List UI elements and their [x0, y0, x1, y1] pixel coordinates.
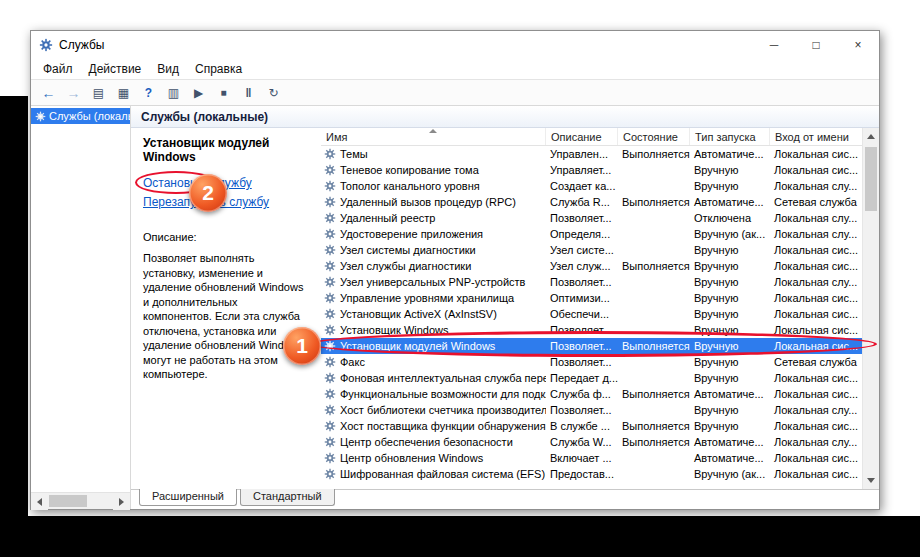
service-description: Служба R...: [546, 194, 618, 210]
table-row[interactable]: Установщик Windows Позволяет... Вручную …: [321, 322, 862, 338]
column-header[interactable]: Тип запуска: [690, 128, 770, 145]
service-name-cell: Темы: [321, 146, 546, 162]
service-name: Удаленный реестр: [340, 212, 435, 224]
service-startup-type: Вручную: [690, 354, 770, 370]
toolbar-button[interactable]: ▶: [187, 82, 210, 103]
toolbar: ←→▤▦?▥▶■‖↻: [31, 80, 879, 106]
column-header-label: Описание: [551, 131, 602, 143]
table-row[interactable]: Установщик ActiveX (AxInstSV) Обеспечи..…: [321, 306, 862, 322]
toolbar-button[interactable]: ↻: [262, 82, 285, 103]
service-description: Оптимизи...: [546, 290, 618, 306]
extended-details-pane: Установщик модулей Windows Остановить сл…: [131, 128, 321, 489]
window-control-button[interactable]: ×: [837, 31, 879, 59]
service-name-cell: Факс: [321, 354, 546, 370]
vscroll-thumb[interactable]: [865, 147, 877, 211]
service-name-cell: Узел службы диагностики: [321, 258, 546, 274]
window-control-button[interactable]: □: [795, 31, 837, 59]
toolbar-button[interactable]: ▦: [112, 82, 135, 103]
service-description: Управляет...: [546, 162, 618, 178]
table-row[interactable]: Хост поставщика функции обнаружения В сл…: [321, 418, 862, 434]
column-header[interactable]: Описание: [546, 128, 618, 145]
service-name-cell: Хост поставщика функции обнаружения: [321, 418, 546, 434]
table-row[interactable]: Фоновая интеллектуальная служба передачи…: [321, 370, 862, 386]
service-name-cell: Управление уровнями хранилища: [321, 290, 546, 306]
table-row[interactable]: Тополог канального уровня Создает ка... …: [321, 178, 862, 194]
toolbar-button[interactable]: →: [62, 82, 85, 103]
toolbar-button[interactable]: ←: [37, 82, 60, 103]
scroll-up-icon[interactable]: [863, 128, 879, 145]
column-header[interactable]: Состояние: [618, 128, 690, 145]
service-name: Факс: [340, 356, 365, 368]
service-logon-as: Локальная сис...: [770, 258, 862, 274]
table-row[interactable]: Узел системы диагностики Узел систе... В…: [321, 242, 862, 258]
service-startup-type: Автоматиче...: [690, 146, 770, 162]
menu-item[interactable]: Вид: [149, 60, 187, 78]
column-header-label: Тип запуска: [695, 131, 756, 143]
service-status: Выполняется: [618, 258, 690, 274]
table-row[interactable]: Установщик модулей Windows Позволяет... …: [321, 338, 862, 354]
table-row[interactable]: Центр обновления Windows Включает ... Ав…: [321, 450, 862, 466]
service-status: [618, 370, 690, 386]
table-row[interactable]: Хост библиотеки счетчика производительно…: [321, 402, 862, 418]
service-logon-as: Локальная сис...: [770, 466, 862, 482]
service-status: [618, 274, 690, 290]
toolbar-button[interactable]: ▥: [162, 82, 185, 103]
service-logon-as: Локальная слу...: [770, 274, 862, 290]
table-row[interactable]: Удаленный вызов процедур (RPC) Служба R.…: [321, 194, 862, 210]
window-controls: ─□×: [753, 31, 879, 59]
service-name-cell: Тополог канального уровня: [321, 178, 546, 194]
table-row[interactable]: Центр обеспечения безопасности Служба W.…: [321, 434, 862, 450]
menu-item[interactable]: Справка: [187, 60, 250, 78]
tree-horizontal-scrollbar[interactable]: [31, 492, 130, 509]
service-name: Установщик модулей Windows: [340, 340, 495, 352]
service-status: Выполняется: [618, 418, 690, 434]
service-logon-as: Локальная слу...: [770, 434, 862, 450]
window-control-button[interactable]: ─: [753, 31, 795, 59]
service-startup-type: Вручную: [690, 370, 770, 386]
table-row[interactable]: Удаленный реестр Позволяет... Отключена …: [321, 210, 862, 226]
table-row[interactable]: Узел универсальных PNP-устройств Позволя…: [321, 274, 862, 290]
scroll-left-icon[interactable]: [31, 493, 48, 510]
table-row[interactable]: Темы Управлен... Выполняется Автоматиче.…: [321, 146, 862, 162]
tree-item-services-local[interactable]: Службы (локальн: [31, 108, 130, 124]
toolbar-button[interactable]: ▤: [87, 82, 110, 103]
table-row[interactable]: Управление уровнями хранилища Оптимизи..…: [321, 290, 862, 306]
table-row[interactable]: Шифрованная файловая система (EFS) Предо…: [321, 466, 862, 482]
annotation-badge-2: 2: [189, 174, 227, 212]
services-app-icon: [39, 38, 53, 52]
column-header[interactable]: Имя: [321, 128, 546, 145]
table-row[interactable]: Факс Позволяет... Вручную Сетевая служба: [321, 354, 862, 370]
service-status: Выполняется: [618, 194, 690, 210]
service-status: [618, 226, 690, 242]
column-header-label: Состояние: [623, 131, 678, 143]
toolbar-button[interactable]: ■: [212, 82, 235, 103]
service-rows: Темы Управлен... Выполняется Автоматиче.…: [321, 146, 862, 482]
service-gear-icon: [324, 276, 336, 288]
service-startup-type: Вручную: [690, 178, 770, 194]
vscroll-track[interactable]: [863, 145, 879, 472]
view-tab[interactable]: Стандартный: [240, 489, 335, 506]
service-name-cell: Удостоверение приложения: [321, 226, 546, 242]
service-gear-icon: [324, 228, 336, 240]
column-header[interactable]: Вход от имени: [770, 128, 862, 145]
table-row[interactable]: Узел службы диагностики Узел служ... Вып…: [321, 258, 862, 274]
service-name: Узел службы диагностики: [340, 260, 471, 272]
menu-item[interactable]: Действие: [81, 60, 150, 78]
toolbar-button[interactable]: ‖: [237, 82, 260, 103]
menu-item[interactable]: Файл: [35, 60, 81, 78]
service-gear-icon: [324, 452, 336, 464]
table-row[interactable]: Функциональные возможности для подключе.…: [321, 386, 862, 402]
scroll-down-icon[interactable]: [863, 472, 879, 489]
titlebar[interactable]: Службы ─□×: [31, 31, 879, 59]
scroll-right-icon[interactable]: [113, 493, 130, 510]
hscroll-thumb[interactable]: [49, 495, 87, 507]
service-logon-as: Сетевая служба: [770, 354, 862, 370]
table-row[interactable]: Теневое копирование тома Управляет... Вр…: [321, 162, 862, 178]
service-name-cell: Центр обеспечения безопасности: [321, 434, 546, 450]
table-row[interactable]: Удостоверение приложения Определя... Вру…: [321, 226, 862, 242]
hscroll-track[interactable]: [48, 493, 113, 509]
service-description: Позволяет...: [546, 354, 618, 370]
view-tab[interactable]: Расширенный: [139, 489, 237, 506]
toolbar-button[interactable]: ?: [137, 82, 160, 103]
vertical-scrollbar[interactable]: [862, 128, 879, 489]
